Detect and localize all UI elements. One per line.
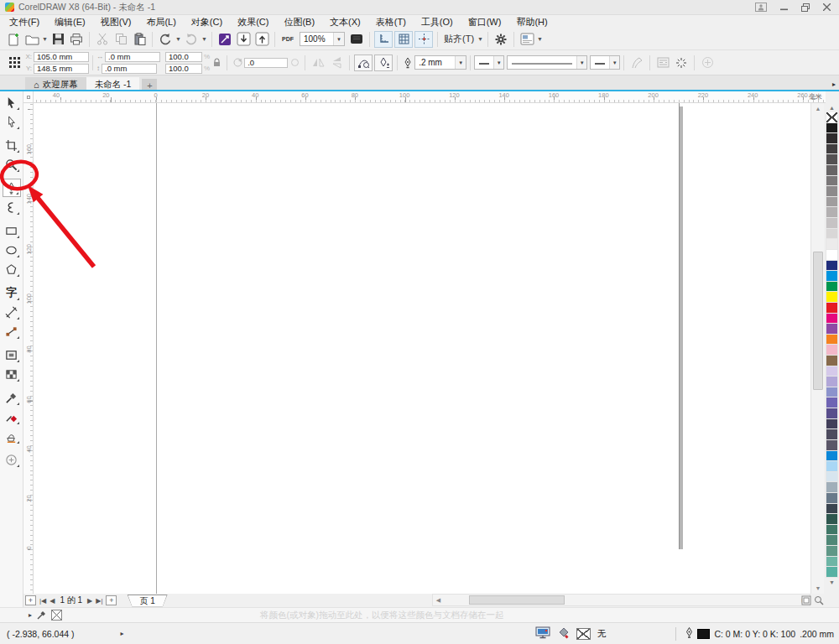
color-swatch[interactable] (826, 165, 838, 176)
scroll-left-arrow[interactable]: ◀ (433, 595, 444, 605)
restore-button[interactable] (801, 3, 810, 12)
color-swatch[interactable] (826, 239, 838, 250)
palette-scroll-down[interactable]: ▼ (826, 578, 838, 587)
color-swatch[interactable] (826, 567, 838, 578)
scale-x-field[interactable]: 100.0 (165, 52, 202, 62)
color-swatch[interactable] (826, 440, 838, 451)
color-swatch[interactable] (826, 525, 838, 536)
minimize-button[interactable] (780, 3, 788, 11)
freehand-tool[interactable] (3, 179, 21, 197)
paste-icon[interactable] (131, 31, 148, 48)
color-swatch[interactable] (826, 387, 838, 398)
snap-to-dropdown-arrow[interactable]: ▼ (477, 36, 484, 42)
color-swatch[interactable] (826, 123, 838, 134)
color-swatch[interactable] (826, 335, 838, 345)
add-page-before-button[interactable]: + (25, 595, 36, 605)
horizontal-ruler[interactable]: 4020020406080100120140160180200220240260… (34, 91, 826, 103)
add-page-after-button[interactable]: + (106, 595, 117, 605)
undo-icon[interactable] (157, 31, 174, 48)
color-swatch[interactable] (826, 408, 838, 419)
color-swatch[interactable] (826, 535, 838, 546)
color-swatch[interactable] (826, 250, 838, 261)
menu-object[interactable]: 对象(C) (184, 16, 230, 29)
color-swatch-none[interactable] (826, 112, 838, 123)
fill-status-icon[interactable] (557, 627, 570, 641)
options-gear-icon[interactable] (492, 31, 509, 48)
show-grid-toggle[interactable] (394, 31, 413, 48)
color-swatch[interactable] (826, 493, 838, 504)
zoom-level-combo[interactable]: 100% ▼ (300, 32, 345, 46)
next-page-button[interactable]: ▶ (86, 597, 94, 605)
palette-flyout-arrow[interactable]: ▸ (29, 611, 32, 619)
menu-layout[interactable]: 布局(L) (138, 16, 183, 29)
color-swatch[interactable] (826, 345, 838, 356)
color-swatch[interactable] (826, 419, 838, 430)
rectangle-tool[interactable] (3, 221, 21, 240)
first-page-button[interactable]: |◀ (38, 597, 48, 605)
fullscreen-preview-icon[interactable] (348, 31, 365, 48)
color-swatch[interactable] (826, 514, 838, 525)
color-swatch[interactable] (826, 314, 838, 325)
scale-y-field[interactable]: 100.0 (165, 64, 202, 74)
eyedropper-tool[interactable] (3, 388, 21, 407)
outline-width-combo[interactable]: .2 mm ▼ (414, 55, 466, 70)
curve-smoothness-button[interactable] (374, 55, 393, 71)
line-style-dropdown-arrow[interactable]: ▼ (576, 56, 586, 69)
interactive-fill-tool[interactable] (3, 408, 21, 426)
show-rulers-toggle[interactable] (374, 31, 393, 48)
color-swatch[interactable] (826, 557, 838, 568)
smart-fill-tool[interactable] (3, 427, 21, 445)
connector-tool[interactable] (3, 322, 21, 340)
vertical-scrollbar[interactable]: ▲ ▼ (810, 103, 824, 594)
color-swatch[interactable] (826, 303, 838, 314)
color-swatch[interactable] (826, 482, 838, 493)
color-swatch[interactable] (826, 154, 838, 165)
arrow-end-dropdown-arrow[interactable]: ▼ (609, 56, 619, 69)
app-launcher-icon[interactable] (519, 31, 535, 48)
fill-none-swatch[interactable] (576, 628, 591, 640)
color-swatch[interactable] (826, 218, 838, 229)
zoom-level-dropdown-arrow[interactable]: ▼ (333, 33, 344, 45)
new-document-icon[interactable] (5, 31, 22, 48)
search-content-icon[interactable] (216, 31, 233, 48)
outline-width-dropdown-arrow[interactable]: ▼ (455, 56, 466, 69)
arrow-start-combo[interactable]: ▼ (474, 55, 504, 70)
status-flyout-arrow[interactable]: ▸ (121, 630, 124, 637)
vertical-scrollbar-thumb[interactable] (813, 252, 823, 390)
ellipse-tool[interactable] (3, 241, 21, 259)
color-swatch[interactable] (826, 504, 838, 515)
drawing-canvas[interactable] (34, 103, 810, 594)
color-swatch[interactable] (826, 144, 838, 155)
palette-none-swatch[interactable] (51, 610, 62, 621)
scroll-down-arrow[interactable]: ▼ (811, 583, 825, 594)
crop-tool[interactable] (3, 136, 21, 154)
last-page-button[interactable]: ▶| (94, 597, 104, 605)
undo-dropdown-arrow[interactable]: ▼ (175, 36, 182, 42)
color-swatch[interactable] (826, 356, 838, 366)
open-dropdown-arrow[interactable]: ▼ (41, 36, 49, 42)
menu-tools[interactable]: 工具(O) (414, 16, 461, 29)
dimension-tool[interactable] (3, 303, 21, 321)
publish-pdf-icon[interactable]: PDF (279, 31, 296, 48)
save-icon[interactable] (50, 31, 66, 48)
color-swatch[interactable] (826, 261, 838, 272)
pick-tool[interactable] (3, 93, 21, 112)
palette-scroll-up[interactable]: ▲ (826, 103, 838, 112)
reduce-nodes-button[interactable] (354, 55, 373, 71)
menu-effects[interactable]: 效果(C) (230, 16, 276, 29)
color-swatch[interactable] (826, 282, 838, 293)
color-swatch[interactable] (826, 472, 838, 483)
color-swatch[interactable] (826, 207, 838, 218)
page-fit-icon[interactable] (801, 595, 811, 607)
horizontal-scrollbar-thumb[interactable] (469, 595, 565, 605)
rotation-angle-field[interactable]: .0 (244, 58, 288, 68)
color-swatch[interactable] (826, 197, 838, 208)
horizontal-scrollbar[interactable]: ◀ ▶ (432, 594, 810, 606)
color-swatch[interactable] (826, 271, 838, 282)
zoom-tool[interactable] (3, 155, 21, 174)
tab-scroll-arrow[interactable]: ▸ (832, 80, 836, 88)
add-tools-button[interactable] (3, 450, 21, 469)
color-swatch[interactable] (826, 451, 838, 462)
app-launcher-dropdown-arrow[interactable]: ▼ (536, 36, 544, 42)
menu-window[interactable]: 窗口(W) (461, 16, 509, 29)
